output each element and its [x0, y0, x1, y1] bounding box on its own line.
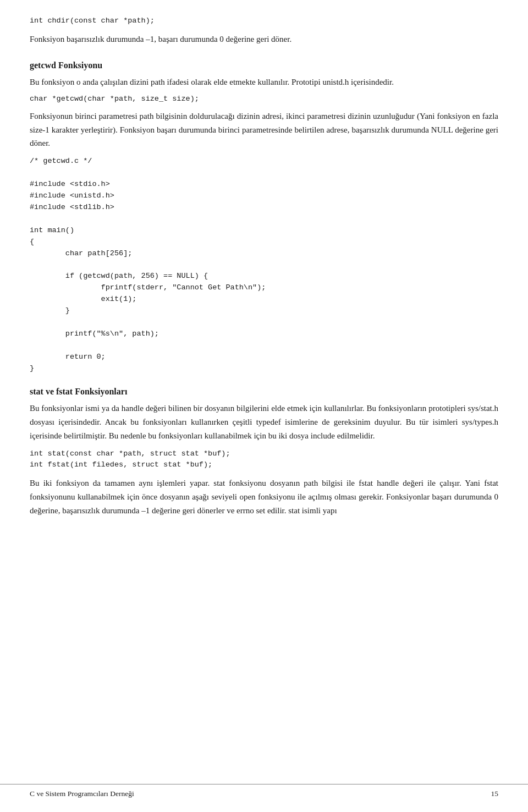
para-stat-desc: Bu fonksiyonlar ismi ya da handle değeri… [30, 402, 498, 442]
heading-getcwd: getcwd Fonksiyonu [30, 58, 498, 73]
footer-right: 15 [491, 788, 499, 800]
code-getcwd-example: /* getcwd.c */ #include <stdio.h> #inclu… [30, 156, 498, 375]
code-chdir: int chdir(const char *path); [30, 15, 498, 27]
para-stat-usage: Bu iki fonksiyon da tamamen aynı işlemle… [30, 476, 498, 517]
page: int chdir(const char *path); Fonksiyon b… [0, 0, 528, 812]
code-stat-protos: int stat(const char *path, struct stat *… [30, 448, 498, 471]
para-getcwd-desc: Bu fonksiyon o anda çalışılan dizini pat… [30, 75, 498, 89]
para-chdir-return: Fonksiyon başarısızlık durumunda –1, baş… [30, 32, 498, 46]
footer-left: C ve Sistem Programcıları Derneği [30, 788, 134, 800]
page-footer: C ve Sistem Programcıları Derneği 15 [0, 784, 528, 800]
code-getcwd-proto: char *getcwd(char *path, size_t size); [30, 94, 498, 105]
para-getcwd-details: Fonksiyonun birinci parametresi path bil… [30, 109, 498, 150]
heading-stat-fstat: stat ve fstat Fonksiyonları [30, 385, 498, 399]
